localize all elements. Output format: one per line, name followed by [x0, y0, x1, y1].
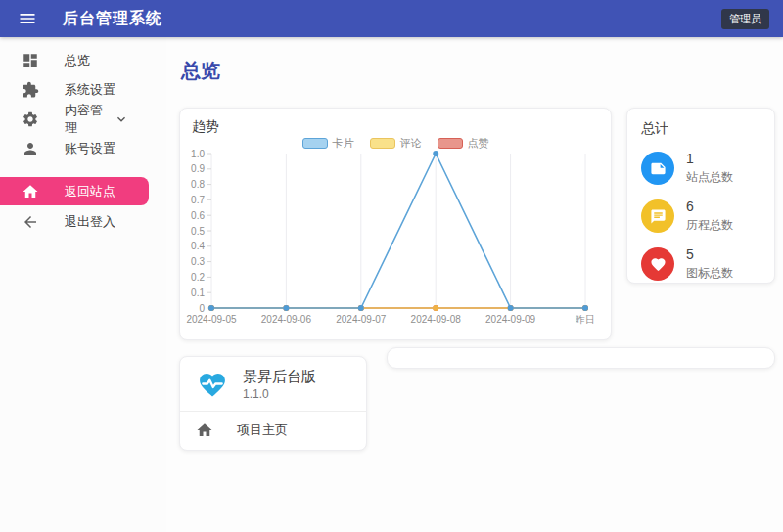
- chevron-down-icon: [114, 111, 129, 127]
- trend-chart-svg: 2024-09-052024-09-062024-09-072024-09-08…: [192, 150, 601, 328]
- svg-text:0.1: 0.1: [191, 288, 205, 298]
- product-version: 1.1.0: [243, 387, 316, 401]
- sidebar-item-back-to-site[interactable]: 返回站点: [0, 177, 149, 205]
- legend-swatch: [370, 138, 395, 149]
- home-icon: [196, 421, 213, 439]
- total-value: 6: [686, 199, 733, 214]
- main-content: 总览 趋势 卡片评论点赞 2024-09-052024-09-062024-09…: [166, 37, 783, 532]
- trend-line-chart: 2024-09-052024-09-062024-09-072024-09-08…: [192, 150, 599, 328]
- svg-text:2024-09-05: 2024-09-05: [186, 314, 237, 325]
- home-icon: [22, 183, 39, 200]
- gear-icon: [22, 111, 39, 128]
- sidebar-item-label: 内容管理: [65, 102, 114, 137]
- sidebar-item-label: 系统设置: [65, 81, 115, 99]
- page-title: 总览: [181, 59, 775, 82]
- about-card-header: 景昇后台版 1.1.0: [180, 357, 366, 411]
- svg-text:0.7: 0.7: [191, 195, 205, 205]
- product-name: 景昇后台版: [243, 368, 316, 386]
- puzzle-icon: [22, 81, 39, 99]
- total-avatar: [641, 152, 674, 185]
- total-label: 图标总数: [686, 265, 733, 282]
- heart-pulse-icon: [196, 370, 229, 400]
- trend-card: 趋势 卡片评论点赞 2024-09-052024-09-062024-09-07…: [179, 108, 612, 340]
- sidebar-item-label: 退出登入: [65, 213, 115, 231]
- trend-card-title: 趋势: [192, 118, 599, 136]
- legend-item[interactable]: 点赞: [438, 136, 489, 151]
- totals-list: 1站点总数6历程总数5图标总数: [641, 151, 760, 282]
- top-app-bar: 后台管理系统 管理员: [0, 0, 783, 37]
- sidebar-item-label: 返回站点: [65, 183, 115, 200]
- legend-label: 卡片: [333, 136, 354, 151]
- sidebar-item-label: 总览: [65, 52, 90, 69]
- svg-text:1.0: 1.0: [191, 149, 205, 159]
- sidebar-item-account-settings[interactable]: 账号设置: [0, 134, 166, 163]
- arrow-left-icon: [22, 213, 39, 231]
- total-item-journeys: 6历程总数: [641, 199, 760, 234]
- svg-text:0.2: 0.2: [191, 272, 205, 283]
- svg-text:0.6: 0.6: [191, 210, 205, 221]
- sidebar-item-logout[interactable]: 退出登入: [0, 207, 166, 237]
- legend-label: 点赞: [468, 136, 489, 151]
- menu-icon[interactable]: [18, 9, 37, 28]
- svg-text:0.4: 0.4: [191, 241, 205, 251]
- heart-icon: [650, 256, 667, 273]
- project-home-label: 项目主页: [237, 421, 288, 439]
- admin-badge[interactable]: 管理员: [721, 9, 769, 29]
- chart-legend: 卡片评论点赞: [192, 136, 599, 150]
- total-label: 站点总数: [686, 169, 733, 186]
- legend-swatch: [438, 138, 463, 149]
- note-icon: [650, 160, 667, 177]
- total-value: 5: [686, 246, 733, 262]
- about-card: 景昇后台版 1.1.0 项目主页: [179, 356, 367, 451]
- sidebar: 总览系统设置内容管理账号设置返回站点退出登入: [0, 37, 166, 532]
- sidebar-item-content-management[interactable]: 内容管理: [0, 105, 166, 134]
- totals-card-title: 总计: [641, 120, 760, 138]
- project-home-link[interactable]: 项目主页: [180, 412, 366, 450]
- sidebar-item-system-settings[interactable]: 系统设置: [0, 75, 166, 105]
- total-avatar: [641, 247, 674, 281]
- total-item-icons: 5图标总数: [641, 246, 760, 282]
- svg-text:0.9: 0.9: [191, 163, 205, 174]
- totals-card: 总计 1站点总数6历程总数5图标总数: [626, 108, 775, 284]
- legend-label: 评论: [400, 136, 422, 151]
- svg-text:0.3: 0.3: [191, 256, 205, 267]
- comment-icon: [650, 208, 667, 225]
- legend-swatch: [302, 138, 328, 149]
- svg-text:2024-09-08: 2024-09-08: [411, 314, 462, 325]
- legend-item[interactable]: 评论: [370, 136, 422, 151]
- svg-text:昨日: 昨日: [576, 314, 595, 325]
- total-value: 1: [686, 151, 733, 166]
- dashboard-icon: [22, 52, 39, 69]
- total-label: 历程总数: [686, 217, 733, 234]
- app-title: 后台管理系统: [63, 9, 162, 29]
- sidebar-item-overview[interactable]: 总览: [0, 46, 166, 75]
- svg-text:2024-09-07: 2024-09-07: [336, 314, 387, 325]
- legend-item[interactable]: 卡片: [302, 136, 354, 151]
- svg-text:2024-09-06: 2024-09-06: [261, 314, 312, 325]
- person-icon: [22, 140, 39, 157]
- svg-text:2024-09-09: 2024-09-09: [485, 314, 536, 325]
- svg-text:0.8: 0.8: [191, 179, 205, 190]
- svg-text:0: 0: [199, 303, 205, 314]
- empty-panel: [387, 347, 775, 369]
- total-avatar: [641, 200, 674, 233]
- sidebar-item-label: 账号设置: [65, 140, 115, 157]
- svg-text:0.5: 0.5: [191, 226, 205, 237]
- total-item-sites: 1站点总数: [641, 151, 760, 186]
